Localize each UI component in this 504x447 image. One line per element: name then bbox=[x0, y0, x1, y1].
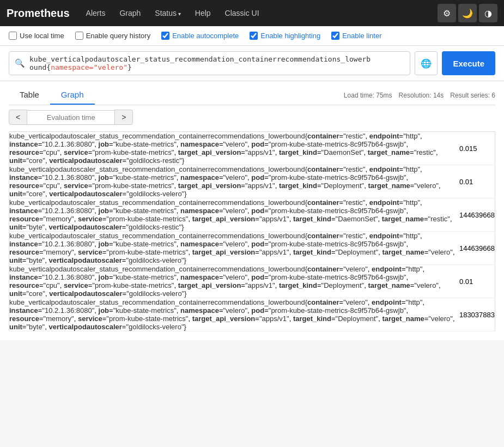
enable-autocomplete-label[interactable]: Enable autocomplete bbox=[161, 32, 239, 40]
tab-table[interactable]: Table bbox=[9, 86, 50, 105]
tabs-header: Table Graph Load time: 75ms Resolution: … bbox=[9, 81, 495, 105]
enable-autocomplete-checkbox[interactable] bbox=[161, 32, 169, 40]
enable-highlighting-checkbox[interactable] bbox=[250, 32, 258, 40]
eval-prev-button[interactable]: < bbox=[9, 110, 27, 125]
nav-help[interactable]: Help bbox=[190, 5, 216, 21]
use-local-time-checkbox[interactable] bbox=[9, 32, 17, 40]
navbar-icons: ⚙ 🌙 ◑ bbox=[438, 4, 497, 22]
navbar: Prometheus Alerts Graph Status Help Clas… bbox=[0, 0, 504, 26]
eval-next-button[interactable]: > bbox=[114, 110, 133, 125]
enable-highlighting-text: Enable highlighting bbox=[260, 32, 320, 40]
main-content: Table Graph Load time: 75ms Resolution: … bbox=[0, 81, 504, 340]
nav-graph[interactable]: Graph bbox=[114, 5, 146, 21]
table-row: kube_verticalpodautoscaler_status_recomm… bbox=[9, 232, 495, 265]
table-row: kube_verticalpodautoscaler_status_recomm… bbox=[9, 165, 495, 198]
value-cell: 0.015 bbox=[459, 132, 495, 165]
nav-links: Alerts Graph Status Help Classic UI bbox=[81, 5, 438, 21]
table-row: kube_verticalpodautoscaler_status_recomm… bbox=[9, 198, 495, 232]
nav-status[interactable]: Status bbox=[149, 5, 186, 21]
enable-query-history-text: Enable query history bbox=[86, 32, 151, 40]
search-icon: 🔍 bbox=[15, 58, 25, 68]
enable-autocomplete-text: Enable autocomplete bbox=[172, 32, 239, 40]
nav-classic-ui[interactable]: Classic UI bbox=[220, 5, 265, 21]
settings-icon-btn[interactable]: ⚙ bbox=[438, 4, 456, 22]
tab-graph[interactable]: Graph bbox=[50, 86, 95, 105]
enable-query-history-checkbox[interactable] bbox=[75, 32, 83, 40]
options-bar: Use local time Enable query history Enab… bbox=[0, 26, 504, 46]
nav-alerts[interactable]: Alerts bbox=[81, 5, 111, 21]
metric-cell: kube_verticalpodautoscaler_status_recomm… bbox=[9, 198, 459, 232]
query-display[interactable]: kube_verticalpodautoscaler_status_recomm… bbox=[29, 55, 371, 71]
use-local-time-text: Use local time bbox=[20, 32, 64, 40]
value-cell: 144639668 bbox=[459, 232, 495, 265]
tabs-meta: Load time: 75ms Resolution: 14s Result s… bbox=[344, 92, 495, 99]
value-cell: 144639668 bbox=[459, 198, 495, 232]
query-highlighted: namespace="velero" bbox=[51, 63, 127, 71]
result-table: kube_verticalpodautoscaler_status_recomm… bbox=[9, 131, 495, 331]
metric-cell: kube_verticalpodautoscaler_status_recomm… bbox=[9, 298, 459, 331]
query-input-wrapper[interactable]: 🔍 kube_verticalpodautoscaler_status_reco… bbox=[9, 51, 410, 75]
enable-linter-label[interactable]: Enable linter bbox=[331, 32, 381, 40]
globe-button[interactable]: 🌐 bbox=[415, 51, 438, 75]
enable-query-history-label[interactable]: Enable query history bbox=[75, 32, 151, 40]
table-row: kube_verticalpodautoscaler_status_recomm… bbox=[9, 298, 495, 331]
table-row: kube_verticalpodautoscaler_status_recomm… bbox=[9, 132, 495, 165]
value-cell: 0.01 bbox=[459, 265, 495, 298]
resolution: Resolution: 14s bbox=[399, 92, 444, 99]
brand-title: Prometheus bbox=[7, 7, 70, 20]
metric-cell: kube_verticalpodautoscaler_status_recomm… bbox=[9, 265, 459, 298]
enable-linter-checkbox[interactable] bbox=[331, 32, 339, 40]
metric-cell: kube_verticalpodautoscaler_status_recomm… bbox=[9, 132, 459, 165]
result-series: Result series: 6 bbox=[450, 92, 495, 99]
value-cell: 0.01 bbox=[459, 165, 495, 198]
metric-cell: kube_verticalpodautoscaler_status_recomm… bbox=[9, 232, 459, 265]
tabs-left: Table Graph bbox=[9, 86, 95, 105]
execute-button[interactable]: Execute bbox=[442, 51, 495, 75]
dark-mode-icon-btn[interactable]: 🌙 bbox=[458, 4, 477, 22]
enable-linter-text: Enable linter bbox=[342, 32, 381, 40]
value-cell: 183037883 bbox=[459, 298, 495, 331]
query-bar: 🔍 kube_verticalpodautoscaler_status_reco… bbox=[0, 46, 504, 81]
eval-bar: < > bbox=[9, 110, 495, 125]
table-row: kube_verticalpodautoscaler_status_recomm… bbox=[9, 265, 495, 298]
eval-time-input[interactable] bbox=[27, 110, 114, 125]
contrast-icon-btn[interactable]: ◑ bbox=[479, 4, 497, 22]
load-time: Load time: 75ms bbox=[344, 92, 392, 99]
enable-highlighting-label[interactable]: Enable highlighting bbox=[250, 32, 320, 40]
metric-cell: kube_verticalpodautoscaler_status_recomm… bbox=[9, 165, 459, 198]
use-local-time-label[interactable]: Use local time bbox=[9, 32, 64, 40]
